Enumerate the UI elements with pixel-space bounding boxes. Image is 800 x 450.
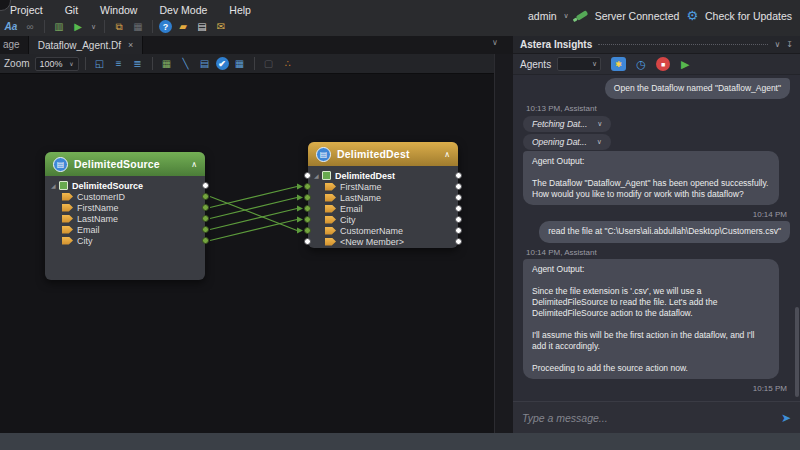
comment-icon[interactable]: ✉ — [213, 19, 229, 34]
field-row[interactable]: City — [308, 214, 458, 225]
root-field-row[interactable]: ◢DelimitedSource — [45, 180, 205, 191]
auto-layout-icon[interactable]: ▦ — [159, 56, 175, 71]
send-icon[interactable]: ➤ — [781, 411, 791, 425]
preview-window-icon[interactable]: ▤ — [197, 56, 213, 71]
port[interactable] — [455, 172, 462, 179]
status-chip[interactable]: Fetching Dat...∨ — [523, 116, 611, 132]
field-row[interactable]: <New Member> — [308, 236, 458, 247]
scrollbar-thumb[interactable] — [795, 307, 799, 397]
tab-dataflow-agent[interactable]: Dataflow_Agent.Df × — [28, 36, 144, 54]
align-vertical-icon[interactable]: ≣ — [130, 56, 146, 71]
stop-icon[interactable]: ■ — [656, 57, 670, 71]
check-updates-button[interactable]: Check for Updates — [705, 10, 792, 22]
port[interactable] — [455, 194, 462, 201]
user-menu[interactable]: admin — [528, 10, 557, 22]
root-field-row[interactable]: ◢DelimitedDest — [308, 170, 458, 181]
field-icon — [325, 216, 336, 224]
new-chat-icon[interactable]: ✱ — [611, 57, 626, 71]
port[interactable] — [304, 194, 311, 201]
field-row[interactable]: CustomerName — [308, 225, 458, 236]
menu-project[interactable]: Project — [0, 2, 53, 18]
port[interactable] — [304, 172, 311, 179]
menu-window[interactable]: Window — [90, 2, 147, 18]
font-style-icon[interactable]: Aa — [3, 19, 19, 34]
link-pointer-icon[interactable]: ╲ — [178, 56, 194, 71]
field-row[interactable]: CustomerID — [45, 191, 205, 202]
port[interactable] — [304, 227, 311, 234]
menu-help[interactable]: Help — [219, 2, 261, 18]
field-row[interactable]: Email — [45, 224, 205, 235]
delimited-dest-node[interactable]: ▤ DelimitedDest ∧ ◢DelimitedDestFirstNam… — [308, 142, 458, 248]
port[interactable] — [202, 215, 209, 222]
port[interactable] — [202, 204, 209, 211]
window-grid-icon[interactable]: ▦ — [130, 19, 146, 34]
breakpoint-icon[interactable]: ∴ — [280, 56, 296, 71]
chat-scrollbar[interactable] — [795, 75, 799, 401]
chevron-down-icon[interactable]: ∨ — [597, 138, 602, 146]
port[interactable] — [455, 227, 462, 234]
chevron-down-icon[interactable]: ∨ — [597, 120, 602, 128]
port[interactable] — [202, 193, 209, 200]
collapse-node-icon[interactable]: ∧ — [444, 150, 450, 159]
port[interactable] — [202, 237, 209, 244]
gear-icon[interactable]: ⚙ — [686, 9, 698, 22]
field-row[interactable]: Email — [308, 203, 458, 214]
help-icon[interactable]: ? — [159, 20, 172, 33]
data-preview-icon[interactable]: ▦ — [232, 56, 248, 71]
find-icon[interactable]: ∞ — [22, 19, 38, 34]
expand-disabled-icon[interactable]: ▢ — [261, 56, 277, 71]
menu-dev-mode[interactable]: Dev Mode — [149, 2, 217, 18]
collapse-node-icon[interactable]: ∧ — [191, 160, 197, 169]
fit-to-window-icon[interactable]: ◱ — [92, 56, 108, 71]
port[interactable] — [304, 205, 311, 212]
chevron-down-icon[interactable]: ∨ — [564, 12, 569, 20]
run-agent-icon[interactable]: ▶ — [677, 57, 693, 72]
chevron-down-icon[interactable]: ∨ — [89, 19, 98, 34]
port[interactable] — [455, 216, 462, 223]
form-icon[interactable]: ▤ — [194, 19, 210, 34]
status-chip[interactable]: Opening Dat...∨ — [523, 134, 611, 150]
chat-message-list[interactable]: 10:13 PM, AssistantHello! I'm Astera Dat… — [513, 75, 800, 401]
align-horizontal-icon[interactable]: ≡ — [111, 56, 127, 71]
port[interactable] — [455, 205, 462, 212]
open-folder-icon[interactable]: ▰ — [175, 19, 191, 34]
dataflow-toolbar: Zoom 100% ∨ ◱≡≣▦╲▤✔▦▢∴ — [0, 54, 494, 74]
chevron-down-icon[interactable]: ∨ — [492, 38, 498, 47]
history-icon[interactable]: ◷ — [633, 57, 649, 72]
port[interactable] — [304, 183, 311, 190]
tree-expand-icon[interactable]: ◢ — [51, 182, 59, 189]
export-image-icon[interactable]: ▥ — [51, 19, 67, 34]
paste-icon[interactable]: ⧉ — [111, 19, 127, 34]
port[interactable] — [202, 182, 209, 189]
menu-git[interactable]: Git — [55, 2, 88, 18]
source-node-header[interactable]: ▤ DelimitedSource ∧ — [45, 152, 205, 176]
drag-handle[interactable] — [598, 44, 768, 45]
zoom-select[interactable]: 100% ∨ — [35, 57, 79, 71]
field-row[interactable]: FirstName — [45, 202, 205, 213]
field-row[interactable]: City — [45, 235, 205, 246]
menu-bar: ProjectGitWindowDev ModeHelp — [0, 2, 261, 18]
message-input[interactable] — [522, 412, 773, 424]
field-row[interactable]: LastName — [308, 192, 458, 203]
field-row[interactable]: LastName — [45, 213, 205, 224]
port[interactable] — [304, 216, 311, 223]
port[interactable] — [455, 183, 462, 190]
port[interactable] — [304, 238, 311, 245]
tab-partial[interactable]: age — [0, 36, 28, 54]
verify-icon[interactable]: ✔ — [216, 57, 229, 70]
canvas-right-gutter — [494, 54, 513, 433]
divider — [152, 20, 153, 33]
port[interactable] — [455, 238, 462, 245]
chevron-down-icon[interactable]: ∨ — [774, 40, 780, 49]
port[interactable] — [202, 226, 209, 233]
field-row[interactable]: FirstName — [308, 181, 458, 192]
zoom-value: 100% — [40, 59, 63, 69]
dest-node-header[interactable]: ▤ DelimitedDest ∧ — [308, 142, 458, 166]
pin-icon[interactable]: ↧ — [786, 40, 793, 49]
close-icon[interactable]: × — [128, 40, 133, 50]
agents-select[interactable]: ∨ — [557, 57, 601, 71]
delimited-source-node[interactable]: ▤ DelimitedSource ∧ ◢DelimitedSourceCust… — [45, 152, 205, 280]
dataflow-canvas[interactable]: ▤ DelimitedSource ∧ ◢DelimitedSourceCust… — [0, 74, 494, 433]
start-dataflow-icon[interactable]: ▶ — [70, 19, 86, 34]
tree-expand-icon[interactable]: ◢ — [314, 172, 322, 179]
